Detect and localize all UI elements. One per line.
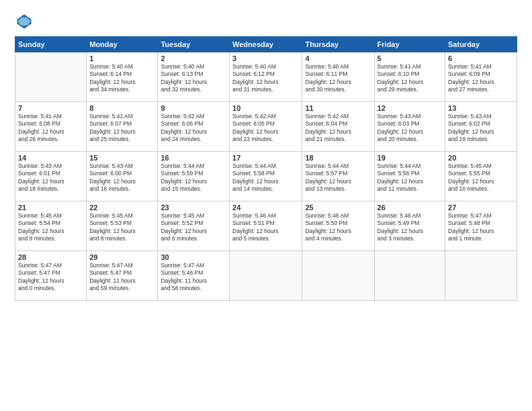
calendar-cell xyxy=(374,251,445,301)
day-number: 17 xyxy=(232,154,299,162)
logo-icon xyxy=(15,12,34,31)
day-info: Sunrise: 5:47 AM Sunset: 5:48 PM Dayligh… xyxy=(448,212,514,243)
calendar-cell: 2Sunrise: 5:40 AM Sunset: 6:13 PM Daylig… xyxy=(158,52,230,102)
day-info: Sunrise: 5:44 AM Sunset: 5:56 PM Dayligh… xyxy=(378,163,442,193)
day-info: Sunrise: 5:47 AM Sunset: 5:47 PM Dayligh… xyxy=(18,262,83,293)
day-number: 7 xyxy=(18,104,83,112)
day-number: 21 xyxy=(18,203,83,212)
calendar-cell: 13Sunrise: 5:43 AM Sunset: 6:02 PM Dayli… xyxy=(445,102,517,152)
calendar-cell: 18Sunrise: 5:44 AM Sunset: 5:57 PM Dayli… xyxy=(302,152,374,201)
day-info: Sunrise: 5:44 AM Sunset: 5:57 PM Dayligh… xyxy=(305,163,371,193)
day-number: 14 xyxy=(18,154,83,162)
page: SundayMondayTuesdayWednesdayThursdayFrid… xyxy=(0,0,532,411)
calendar-cell: 5Sunrise: 5:41 AM Sunset: 6:10 PM Daylig… xyxy=(374,52,445,102)
weekday-saturday: Saturday xyxy=(445,37,517,52)
calendar-table: SundayMondayTuesdayWednesdayThursdayFrid… xyxy=(15,36,517,301)
calendar-cell: 20Sunrise: 5:45 AM Sunset: 5:55 PM Dayli… xyxy=(445,152,517,201)
day-number: 11 xyxy=(305,104,371,112)
day-number: 15 xyxy=(89,154,154,162)
day-info: Sunrise: 5:46 AM Sunset: 5:50 PM Dayligh… xyxy=(305,212,371,243)
calendar-cell xyxy=(302,251,374,301)
day-info: Sunrise: 5:45 AM Sunset: 5:52 PM Dayligh… xyxy=(161,212,226,243)
day-info: Sunrise: 5:47 AM Sunset: 5:46 PM Dayligh… xyxy=(161,262,226,293)
day-number: 13 xyxy=(448,104,514,112)
day-number: 9 xyxy=(161,104,226,112)
day-number: 19 xyxy=(378,154,442,162)
weekday-wednesday: Wednesday xyxy=(230,37,302,52)
day-info: Sunrise: 5:43 AM Sunset: 6:03 PM Dayligh… xyxy=(378,113,442,144)
day-number: 30 xyxy=(161,253,226,261)
day-number: 27 xyxy=(448,203,514,212)
week-row-5: 28Sunrise: 5:47 AM Sunset: 5:47 PM Dayli… xyxy=(15,251,517,301)
day-info: Sunrise: 5:44 AM Sunset: 5:59 PM Dayligh… xyxy=(161,163,226,193)
day-info: Sunrise: 5:42 AM Sunset: 6:06 PM Dayligh… xyxy=(161,113,226,144)
day-number: 20 xyxy=(448,154,514,162)
calendar-cell: 27Sunrise: 5:47 AM Sunset: 5:48 PM Dayli… xyxy=(445,201,517,251)
day-number: 3 xyxy=(232,54,299,62)
day-info: Sunrise: 5:40 AM Sunset: 6:13 PM Dayligh… xyxy=(161,63,226,94)
calendar-cell: 12Sunrise: 5:43 AM Sunset: 6:03 PM Dayli… xyxy=(374,102,445,152)
day-info: Sunrise: 5:41 AM Sunset: 6:09 PM Dayligh… xyxy=(448,63,514,94)
calendar-cell: 28Sunrise: 5:47 AM Sunset: 5:47 PM Dayli… xyxy=(15,251,87,301)
day-number: 12 xyxy=(378,104,442,112)
calendar-cell: 21Sunrise: 5:45 AM Sunset: 5:54 PM Dayli… xyxy=(15,201,87,251)
day-number: 22 xyxy=(89,203,154,212)
calendar-cell xyxy=(445,251,517,301)
calendar-cell: 29Sunrise: 5:47 AM Sunset: 5:47 PM Dayli… xyxy=(87,251,158,301)
day-info: Sunrise: 5:46 AM Sunset: 5:49 PM Dayligh… xyxy=(378,212,442,243)
calendar-cell: 22Sunrise: 5:45 AM Sunset: 5:53 PM Dayli… xyxy=(87,201,158,251)
calendar-cell: 16Sunrise: 5:44 AM Sunset: 5:59 PM Dayli… xyxy=(158,152,230,201)
day-number: 28 xyxy=(18,253,83,261)
week-row-4: 21Sunrise: 5:45 AM Sunset: 5:54 PM Dayli… xyxy=(15,201,517,251)
weekday-sunday: Sunday xyxy=(15,37,87,52)
logo xyxy=(15,12,36,31)
day-info: Sunrise: 5:47 AM Sunset: 5:47 PM Dayligh… xyxy=(89,262,154,293)
calendar-cell: 11Sunrise: 5:42 AM Sunset: 6:04 PM Dayli… xyxy=(302,102,374,152)
day-number: 18 xyxy=(305,154,371,162)
day-number: 4 xyxy=(305,54,371,62)
calendar-cell xyxy=(230,251,302,301)
calendar-cell: 15Sunrise: 5:43 AM Sunset: 6:00 PM Dayli… xyxy=(87,152,158,201)
calendar-cell: 24Sunrise: 5:46 AM Sunset: 5:51 PM Dayli… xyxy=(230,201,302,251)
day-info: Sunrise: 5:41 AM Sunset: 6:10 PM Dayligh… xyxy=(378,63,442,94)
day-number: 2 xyxy=(161,54,226,62)
day-info: Sunrise: 5:46 AM Sunset: 5:51 PM Dayligh… xyxy=(232,212,299,243)
day-number: 26 xyxy=(378,203,442,212)
day-info: Sunrise: 5:43 AM Sunset: 6:00 PM Dayligh… xyxy=(89,163,154,193)
weekday-monday: Monday xyxy=(87,37,158,52)
week-row-3: 14Sunrise: 5:43 AM Sunset: 6:01 PM Dayli… xyxy=(15,152,517,201)
day-number: 16 xyxy=(161,154,226,162)
day-number: 29 xyxy=(89,253,154,261)
weekday-friday: Friday xyxy=(374,37,445,52)
day-info: Sunrise: 5:42 AM Sunset: 6:05 PM Dayligh… xyxy=(232,113,299,144)
calendar-cell: 4Sunrise: 5:40 AM Sunset: 6:11 PM Daylig… xyxy=(302,52,374,102)
day-number: 1 xyxy=(89,54,154,62)
day-number: 25 xyxy=(305,203,371,212)
header xyxy=(15,12,517,31)
calendar-cell: 8Sunrise: 5:41 AM Sunset: 6:07 PM Daylig… xyxy=(87,102,158,152)
day-info: Sunrise: 5:41 AM Sunset: 6:07 PM Dayligh… xyxy=(89,113,154,144)
calendar-cell: 10Sunrise: 5:42 AM Sunset: 6:05 PM Dayli… xyxy=(230,102,302,152)
day-info: Sunrise: 5:45 AM Sunset: 5:53 PM Dayligh… xyxy=(89,212,154,243)
day-info: Sunrise: 5:41 AM Sunset: 6:08 PM Dayligh… xyxy=(18,113,83,144)
calendar-cell: 14Sunrise: 5:43 AM Sunset: 6:01 PM Dayli… xyxy=(15,152,87,201)
day-number: 5 xyxy=(378,54,442,62)
calendar-cell: 26Sunrise: 5:46 AM Sunset: 5:49 PM Dayli… xyxy=(374,201,445,251)
day-info: Sunrise: 5:42 AM Sunset: 6:04 PM Dayligh… xyxy=(305,113,371,144)
day-info: Sunrise: 5:40 AM Sunset: 6:11 PM Dayligh… xyxy=(305,63,371,94)
day-info: Sunrise: 5:43 AM Sunset: 6:02 PM Dayligh… xyxy=(448,113,514,144)
day-number: 23 xyxy=(161,203,226,212)
weekday-header-row: SundayMondayTuesdayWednesdayThursdayFrid… xyxy=(15,37,517,52)
calendar-cell: 30Sunrise: 5:47 AM Sunset: 5:46 PM Dayli… xyxy=(158,251,230,301)
day-info: Sunrise: 5:40 AM Sunset: 6:12 PM Dayligh… xyxy=(232,63,299,94)
calendar-cell: 17Sunrise: 5:44 AM Sunset: 5:58 PM Dayli… xyxy=(230,152,302,201)
day-info: Sunrise: 5:45 AM Sunset: 5:54 PM Dayligh… xyxy=(18,212,83,243)
calendar-cell: 3Sunrise: 5:40 AM Sunset: 6:12 PM Daylig… xyxy=(230,52,302,102)
day-number: 10 xyxy=(232,104,299,112)
calendar-cell: 23Sunrise: 5:45 AM Sunset: 5:52 PM Dayli… xyxy=(158,201,230,251)
day-number: 8 xyxy=(89,104,154,112)
weekday-thursday: Thursday xyxy=(302,37,374,52)
day-info: Sunrise: 5:45 AM Sunset: 5:55 PM Dayligh… xyxy=(448,163,514,193)
day-number: 24 xyxy=(232,203,299,212)
calendar-cell xyxy=(15,52,87,102)
